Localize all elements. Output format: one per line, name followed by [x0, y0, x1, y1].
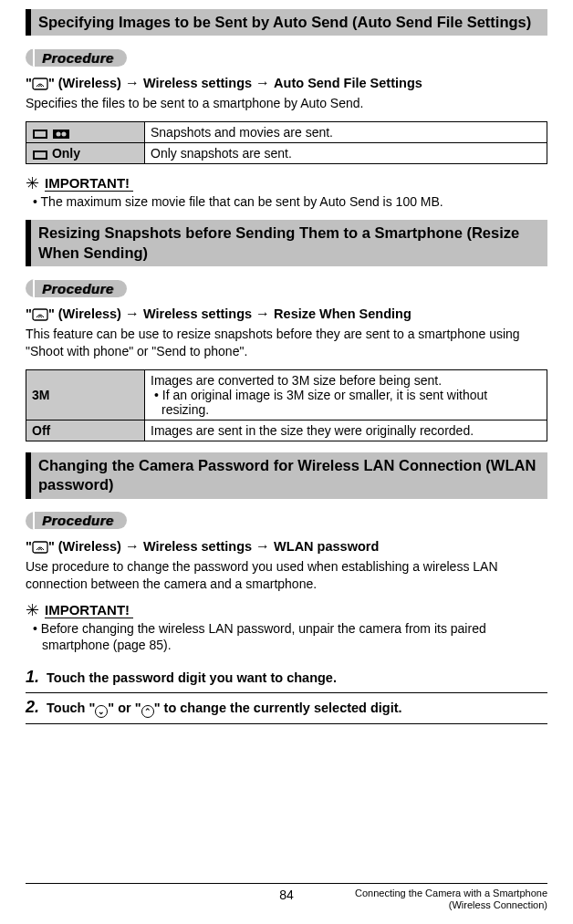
- menu-path-wlan: "" (Wireless) → Wireless settings → WLAN…: [26, 538, 547, 555]
- menu-path-resize: "" (Wireless) → Wireless settings → Resi…: [26, 306, 547, 322]
- procedure-tag: Procedure: [26, 48, 127, 67]
- arrow-icon: →: [125, 538, 140, 555]
- page-number: 84: [279, 888, 294, 902]
- section-header-wlan: Changing the Camera Password for Wireles…: [26, 452, 547, 499]
- table-row: Only Only snapshots are sent.: [26, 143, 547, 164]
- arrow-icon: →: [255, 306, 270, 322]
- movie-icon: [52, 129, 70, 140]
- table-row: 3M Images are converted to 3M size befor…: [26, 369, 547, 420]
- star-icon: ✳: [26, 602, 39, 618]
- arrow-icon: →: [125, 306, 140, 322]
- procedure-tag: Procedure: [26, 279, 127, 297]
- svg-rect-2: [35, 131, 46, 137]
- procedure-tag: Procedure: [26, 512, 127, 530]
- step-2: 2. Touch "⌄" or "⌃" to change the curren…: [26, 693, 547, 724]
- important-heading: ✳ IMPORTANT!: [26, 602, 547, 618]
- wireless-icon: [32, 308, 48, 321]
- menu-path-autosend: "" (Wireless) → Wireless settings → Auto…: [26, 75, 547, 91]
- description-wlan: Use procedure to change the password you…: [26, 558, 547, 593]
- important-note-wlan: • Before changing the wireless LAN passw…: [26, 620, 547, 655]
- wireless-icon: [32, 541, 48, 554]
- wireless-icon: [32, 78, 48, 90]
- section-header-resize: Resizing Snapshots before Sending Them t…: [26, 220, 547, 266]
- procedure-label: Procedure: [35, 512, 127, 529]
- section-header-autosend: Specifying Images to be Sent by Auto Sen…: [26, 9, 547, 36]
- arrow-icon: →: [255, 75, 270, 91]
- description-resize: This feature can be use to resize snapsh…: [26, 326, 547, 360]
- snapshot-icon: [32, 150, 48, 161]
- svg-rect-3: [53, 130, 69, 139]
- down-arrow-icon: ⌄: [95, 705, 108, 718]
- autosend-table: Snapshots and movies are sent. Only Only…: [26, 121, 547, 164]
- svg-point-4: [56, 132, 60, 137]
- page-footer: 84 Connecting the Camera with a Smartpho…: [26, 883, 547, 911]
- star-icon: ✳: [26, 175, 39, 192]
- snapshot-icon: [32, 129, 48, 140]
- important-note-autosend: • The maximum size movie file that can b…: [26, 193, 547, 211]
- svg-point-5: [61, 132, 66, 137]
- procedure-label: Procedure: [35, 49, 127, 67]
- description-autosend: Specifies the files to be sent to a smar…: [26, 95, 547, 112]
- procedure-label: Procedure: [35, 280, 127, 297]
- arrow-icon: →: [125, 75, 140, 91]
- step-1: 1. Touch the password digit you want to …: [26, 663, 547, 693]
- important-heading: ✳ IMPORTANT!: [26, 175, 547, 192]
- up-arrow-icon: ⌃: [141, 705, 154, 718]
- table-row: Snapshots and movies are sent.: [26, 122, 547, 143]
- arrow-icon: →: [255, 538, 270, 555]
- table-row: Off Images are sent in the size they wer…: [26, 420, 547, 441]
- resize-table: 3M Images are converted to 3M size befor…: [26, 369, 547, 441]
- svg-rect-7: [35, 152, 46, 158]
